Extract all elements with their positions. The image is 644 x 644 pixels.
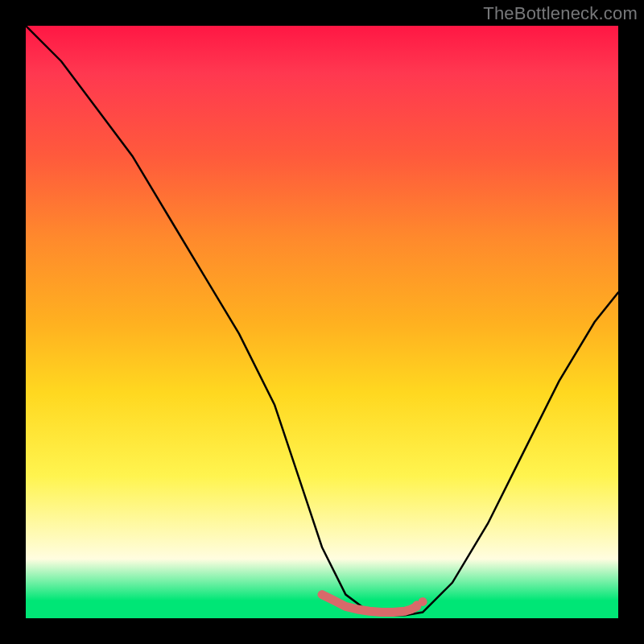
minimum-marker-group <box>322 595 427 613</box>
chart-area <box>26 26 618 618</box>
chart-svg <box>26 26 618 618</box>
bottleneck-curve-path <box>26 26 618 615</box>
minimum-marker-path <box>322 595 417 613</box>
minimum-marker-dot <box>419 597 427 606</box>
watermark-text: TheBottleneck.com <box>483 3 638 24</box>
